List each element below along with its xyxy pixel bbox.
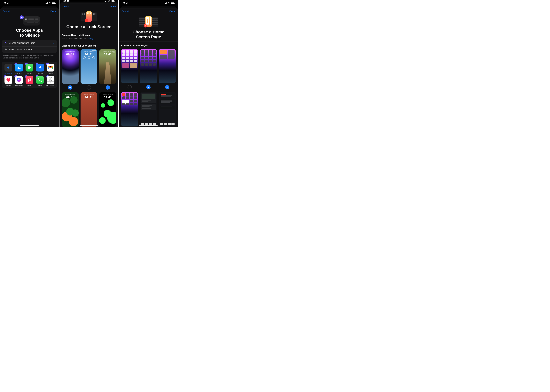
- nav-bar: Cancel Done: [0, 8, 59, 14]
- status-time: 09:41: [123, 2, 129, 5]
- status-bar: 09:41: [0, 0, 59, 7]
- sheet: Cancel Done Choose AppsTo Silence Silenc…: [0, 8, 59, 127]
- lockscreen-forest[interactable]: Tuesday, January 909:41S: [99, 49, 116, 84]
- select-homepage-2[interactable]: [146, 85, 150, 89]
- facetime-icon: [26, 64, 33, 71]
- status-bar: 09:41: [119, 0, 178, 7]
- health-icon: [5, 76, 12, 84]
- svg-rect-29: [165, 3, 166, 4]
- option-label: Silence Notifications From: [9, 42, 35, 44]
- cellular-icon: [164, 2, 166, 4]
- lockscreen-clownfish[interactable]: Tuesday, January 909:41: [62, 92, 79, 127]
- app-messenger[interactable]: Messenger: [14, 76, 24, 86]
- badge-icon: [4, 48, 7, 51]
- app-phone[interactable]: Phone: [35, 76, 45, 86]
- status-time: 09:41: [4, 2, 10, 5]
- bell-slash-icon: [20, 15, 24, 19]
- cancel-button[interactable]: Cancel: [121, 10, 129, 13]
- gmail-icon: [47, 64, 54, 71]
- svg-rect-5: [52, 3, 55, 4]
- app-appstore[interactable]: App Store: [14, 64, 24, 74]
- facebook-icon: [36, 64, 44, 71]
- hero-illustration: 09:4 09:4 09:41: [59, 11, 118, 22]
- home-indicator[interactable]: [80, 125, 98, 126]
- sheet: Cancel Done 09:4 09:4 09:41 Choose a Loc…: [59, 3, 118, 127]
- apps-panel: + Add Apps App Store FaceTime Facebook: [2, 62, 57, 88]
- select-lockscreen-1[interactable]: [68, 85, 72, 90]
- nav-bar: Cancel Done: [59, 3, 118, 9]
- headphones-icon: [85, 19, 88, 22]
- sheet: Cancel Done Choose a HomeScreen Page Cho…: [119, 8, 178, 127]
- battery-icon: [52, 2, 56, 4]
- homepage-3[interactable]: [159, 49, 176, 84]
- cancel-button[interactable]: Cancel: [2, 10, 10, 13]
- svg-rect-28: [165, 3, 165, 4]
- select-lockscreen-3[interactable]: [106, 85, 110, 90]
- page-title: Choose AppsTo Silence: [0, 28, 59, 38]
- lock-screens-grid-2: Tuesday, January 909:41 Tuesday, January…: [59, 91, 118, 127]
- svg-rect-33: [174, 3, 175, 4]
- add-apps-button[interactable]: + Add Apps: [3, 64, 14, 74]
- lockscreen-rust[interactable]: Tuesday, January 909:41: [80, 92, 97, 127]
- wifi-icon: [48, 2, 51, 4]
- svg-rect-12: [28, 66, 30, 69]
- status-icons: [164, 2, 175, 4]
- app-health[interactable]: Health: [3, 76, 14, 86]
- app-music[interactable]: Music: [24, 76, 35, 86]
- wifi-icon: [167, 2, 170, 4]
- cancel-button[interactable]: Cancel: [62, 5, 70, 8]
- choose-label: Choose from Your Lock Screens: [59, 42, 118, 48]
- plus-icon: +: [5, 64, 12, 71]
- homepage-6[interactable]: [159, 92, 176, 126]
- page-title: Choose a Lock Screen: [59, 24, 118, 29]
- svg-rect-27: [164, 4, 164, 4]
- battery-icon: [171, 2, 175, 4]
- lockscreen-purple[interactable]: Tuesday, January 909:41: [62, 49, 79, 84]
- hero-illustration: [119, 16, 178, 27]
- app-gmail[interactable]: Gmail: [45, 64, 56, 74]
- create-new-sub: Pick a Lock Screen from the Gallery.: [59, 37, 118, 42]
- done-button[interactable]: Done: [50, 10, 57, 13]
- app-facetime[interactable]: FaceTime: [24, 64, 35, 74]
- messenger-icon: [15, 76, 23, 84]
- app-sudoku[interactable]: 02631534789 Sudoku.com: [45, 76, 56, 86]
- svg-rect-3: [47, 2, 48, 4]
- choose-label: Choose from Your Pages: [119, 42, 178, 48]
- create-new-label[interactable]: Create a New Lock Screen: [59, 31, 118, 37]
- svg-point-7: [26, 18, 26, 19]
- done-button[interactable]: Done: [110, 5, 116, 8]
- home-indicator[interactable]: [139, 125, 157, 126]
- status-icons: [45, 2, 56, 4]
- app-facebook[interactable]: Facebook: [35, 64, 45, 74]
- homepage-5[interactable]: [140, 92, 157, 126]
- homepage-1[interactable]: [121, 49, 138, 84]
- svg-rect-6: [55, 3, 56, 4]
- lockscreen-dots[interactable]: Tuesday, January 909:41: [99, 92, 116, 127]
- svg-rect-32: [171, 3, 174, 4]
- shazam-icon: S: [113, 51, 115, 53]
- page-title: Choose a HomeScreen Page: [119, 29, 178, 39]
- svg-rect-0: [45, 4, 45, 4]
- home-indicator[interactable]: [20, 125, 39, 126]
- phone-2: 09:41 Cancel Done 09:4 09:4 09:41 Choose…: [59, 0, 118, 127]
- bell-slash-small-icon: [4, 42, 7, 44]
- homepage-2[interactable]: [140, 49, 157, 84]
- done-button[interactable]: Done: [170, 10, 176, 13]
- gallery-link[interactable]: Gallery: [87, 37, 93, 40]
- select-homepage-3[interactable]: [165, 85, 169, 89]
- headphones-icon: [144, 24, 147, 28]
- option-silence-from[interactable]: Silence Notifications From ✓: [2, 40, 57, 46]
- checkmark-icon: ✓: [53, 42, 55, 45]
- select-homepage-1[interactable]: [128, 85, 132, 89]
- homepage-select-row-1: [119, 84, 178, 90]
- option-allow-from[interactable]: Allow Notifications From: [2, 46, 57, 53]
- cellular-icon: [45, 2, 48, 4]
- lockscreen-select-row-1: [59, 84, 118, 90]
- lockscreen-blue[interactable]: Tuesday, January 909:41: [80, 49, 97, 84]
- appstore-icon: [15, 64, 23, 71]
- homepage-4[interactable]: [121, 92, 138, 126]
- nav-bar: Cancel Done: [119, 8, 178, 14]
- select-lockscreen-2[interactable]: [87, 85, 91, 90]
- music-icon: [26, 76, 33, 84]
- mode-hint: When Gadget Hacks Focus is on, notificat…: [0, 53, 59, 60]
